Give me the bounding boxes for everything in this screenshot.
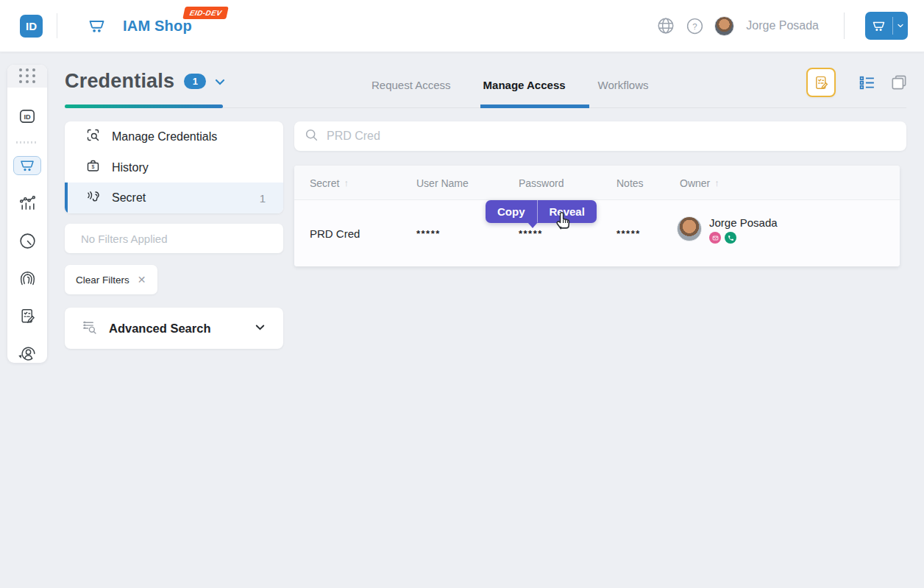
- col-header-notes[interactable]: Notes: [616, 166, 644, 200]
- tab-manage-access[interactable]: Manage Access: [483, 79, 566, 91]
- menu-item-label: Manage Credentials: [112, 130, 217, 144]
- clear-filters-label: Clear Filters: [76, 274, 129, 286]
- cell-notes-masked[interactable]: *****: [616, 200, 641, 266]
- sort-asc-icon[interactable]: ↑: [344, 177, 349, 188]
- col-header-user-name[interactable]: User Name: [416, 166, 469, 200]
- tabbar: Request Access Manage Access Workflows: [372, 79, 648, 91]
- copy-button[interactable]: Copy: [486, 200, 537, 223]
- cell-secret: PRD Cred: [310, 200, 360, 266]
- table-row[interactable]: PRD Cred ***** ***** ***** Jorge Posada: [294, 200, 900, 266]
- scan-search-icon: [85, 127, 101, 146]
- tooltip-caret: [527, 222, 538, 228]
- search-input[interactable]: [327, 130, 897, 143]
- rail-item-dashboard[interactable]: [18, 232, 37, 250]
- active-tab-underline: [480, 105, 589, 108]
- credentials-menu-card: Manage Credentials $ History Secret 1: [65, 121, 283, 213]
- view-controls: [806, 68, 909, 97]
- cell-owner: Jorge Posada: [677, 216, 778, 244]
- no-filters-applied: No Filters Applied: [65, 224, 283, 253]
- advanced-search-card[interactable]: Advanced Search: [65, 308, 283, 349]
- globe-icon[interactable]: [656, 16, 675, 35]
- table-search-icon: [81, 319, 98, 339]
- id-logo[interactable]: ID: [20, 15, 43, 38]
- mouse-cursor-icon: [553, 210, 573, 233]
- request-form-button[interactable]: [806, 68, 836, 97]
- app-name: IAM Shop: [123, 18, 192, 35]
- app-launcher[interactable]: [7, 65, 47, 88]
- whisper-ear-icon: [85, 189, 101, 208]
- clear-filters-chip[interactable]: Clear Filters ✕: [65, 265, 157, 294]
- topbar-divider-2: [844, 13, 845, 39]
- page-title-chevron-icon[interactable]: [213, 74, 227, 89]
- rail-divider-dashes: [16, 141, 38, 144]
- col-header-password[interactable]: Password: [519, 166, 564, 200]
- tab-workflows[interactable]: Workflows: [598, 79, 649, 91]
- menu-item-label: Secret: [112, 191, 146, 205]
- card-view-icon[interactable]: [889, 73, 909, 92]
- menu-item-manage-credentials[interactable]: Manage Credentials: [65, 121, 283, 152]
- chevron-down-icon[interactable]: [253, 320, 267, 337]
- tab-request-access[interactable]: Request Access: [372, 79, 451, 91]
- page-count-badge: 1: [184, 74, 206, 89]
- menu-item-history[interactable]: $ History: [65, 152, 283, 183]
- search-bar: [294, 121, 906, 151]
- rail-item-user-review[interactable]: [18, 344, 37, 363]
- owner-name: Jorge Posada: [709, 216, 778, 229]
- advanced-search-label: Advanced Search: [109, 322, 253, 336]
- close-icon[interactable]: ✕: [138, 274, 146, 286]
- password-tooltip: Copy Reveal: [486, 200, 597, 223]
- list-view-icon[interactable]: [858, 74, 876, 92]
- cell-user-name-masked[interactable]: *****: [416, 200, 441, 266]
- grid-dots-icon: [19, 68, 36, 83]
- user-avatar[interactable]: [714, 16, 734, 36]
- topbar-divider: [57, 13, 57, 38]
- left-icon-rail: ID: [7, 65, 47, 363]
- col-header-owner[interactable]: Owner↑: [680, 166, 719, 200]
- cart-dropdown-chevron-icon[interactable]: [893, 21, 908, 30]
- rail-item-requests[interactable]: [18, 307, 37, 325]
- svg-text:$: $: [92, 164, 95, 169]
- rail-item-analytics[interactable]: [18, 194, 37, 213]
- sort-asc-icon[interactable]: ↑: [714, 177, 719, 188]
- owner-badges: [709, 232, 778, 244]
- rail-item-shop-active[interactable]: [13, 156, 41, 175]
- env-badge: EID-DEV: [182, 7, 229, 19]
- menu-item-label: History: [112, 161, 149, 174]
- page-title-row: Credentials 1: [65, 70, 227, 93]
- id-logo-text: ID: [26, 20, 37, 32]
- table-header: Secret↑ User Name Password Notes Owner↑: [294, 166, 900, 200]
- owner-avatar: [677, 216, 702, 241]
- checkout-cart-button[interactable]: [865, 12, 908, 40]
- svg-text:?: ?: [693, 21, 697, 30]
- menu-item-secret[interactable]: Secret 1: [65, 183, 283, 213]
- svg-text:ID: ID: [24, 113, 31, 121]
- help-icon[interactable]: ?: [686, 17, 704, 35]
- page-title: Credentials: [65, 70, 174, 93]
- phone-badge-icon[interactable]: [725, 232, 736, 244]
- no-filters-label: No Filters Applied: [81, 233, 168, 245]
- email-badge-icon[interactable]: [709, 232, 721, 244]
- cart-button-icon: [865, 18, 892, 34]
- briefcase-dollar-icon: $: [85, 158, 101, 177]
- user-name: Jorge Posada: [746, 19, 819, 32]
- topbar: ID IAM Shop EID-DEV ? Jorge Posada: [0, 0, 924, 52]
- secrets-table: Secret↑ User Name Password Notes Owner↑ …: [294, 166, 900, 266]
- rail-item-fingerprint[interactable]: [18, 269, 37, 288]
- shop-cart-icon[interactable]: [87, 16, 107, 36]
- identity-icon[interactable]: ID: [18, 107, 37, 126]
- menu-item-count: 1: [260, 192, 266, 205]
- topbar-right: ? Jorge Posada: [656, 12, 908, 40]
- title-accent-bar: [65, 105, 223, 108]
- col-header-secret[interactable]: Secret↑: [310, 166, 349, 200]
- search-icon: [304, 127, 319, 146]
- iam-shop-app: ID IAM Shop EID-DEV ? Jorge Posada: [0, 0, 924, 588]
